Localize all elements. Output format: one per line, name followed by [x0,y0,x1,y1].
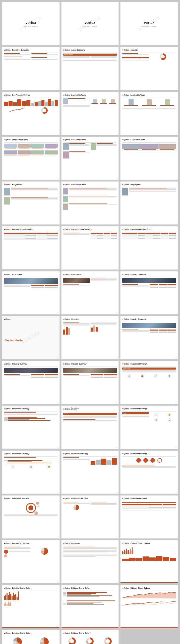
title-42: Editable Charts Gallery [131,587,150,589]
title-6: About Us [131,49,138,51]
slide-24: vortex Industry Overview 24 [120,316,178,359]
page-num-34: 34 [57,537,58,538]
page-num-19: 19 [57,312,58,313]
title-24: Industry Overview [131,318,146,320]
title-26: Industry Overview [71,363,87,365]
slide-10: vortex Professional Team [2,137,60,180]
bar-chart-7b [31,99,58,106]
page-num-14: 14 [116,223,117,224]
cover-logo-2: vortex [85,21,95,25]
slide-9: vortex Leadership Team [120,92,178,135]
bar-chart-7 [4,99,30,106]
cover-subtitle-2: Pitch Book Template [83,26,97,27]
logo-30: vortex [122,407,129,410]
logo-43: vortex [4,632,10,634]
title-9: Leadership Team [131,94,145,96]
slide-4: vortex Executive Summary [2,47,60,90]
slide-7: vortex Key Financial Metrics [2,92,60,135]
slide-41: vortex Editable Charts Gallery 41 [61,585,119,628]
page-num-40: 40 [57,626,58,627]
slide-27: vortex Investment Strategy Strategy Over… [120,361,178,404]
logo-17: vortex [63,228,70,231]
logo-36: vortex [122,497,129,500]
slide-31: vortex Investment Strategy 📈 🏢 💹 31 [2,451,60,494]
page-num-6: 6 [176,88,176,89]
page-num-13: 13 [57,223,58,224]
cover-subtitle-1: Pitch Book Template [24,26,38,27]
logo-7: vortex [4,94,10,96]
title-37: Investment Process [12,542,29,544]
title-21: Industry Overview [131,273,146,275]
logo-25: vortex [4,363,10,365]
page-num-11: 11 [116,178,117,179]
page-num-36: 36 [175,537,176,538]
page-num-12: 12 [175,178,176,179]
title-16: Investment Performance [12,228,33,230]
title-17: Investment Performance [71,228,92,230]
slide-23: vortex Overview [61,316,119,359]
page-num-25: 25 [57,402,58,403]
logo-26: vortex [63,363,70,365]
page-num-24: 24 [175,357,176,358]
section-header-text-22: Section Header [5,339,23,342]
title-32: Investment Strategy [71,453,88,455]
slide-42: vortex Editable Charts Gallery 42 [120,585,178,628]
slide-30: vortex Investment Strategy Strategy 📋 💰 … [120,406,178,449]
title-15: Biographies [131,184,141,185]
title-20: Case Studies [71,273,82,275]
title-30: Investment Strategy [131,408,147,410]
slide-26: vortex Industry Overview 26 [61,361,119,404]
page-num-5: 5 [117,88,117,89]
donut-chart-44c [104,637,112,644]
slide-33: vortex Investment Strategy 1 2 3 4 33 [120,451,178,494]
title-19: Case Study [12,273,22,275]
title-41: Editable Charts Gallery [71,587,91,589]
donut-7 [41,107,48,114]
logo-27: vortex [122,363,129,365]
page-num-4: 4 [58,88,58,89]
logo-35: vortex [63,497,70,500]
pie-chart-43b [40,637,49,644]
process-circles-33: 1 2 3 4 [122,458,176,463]
slide-14: vortex Leadership Team [61,181,119,225]
page-num-15: 15 [175,223,176,224]
slide-6: vortex About Us [120,47,178,90]
area-chart-42 [122,591,176,598]
slide-44: vortex Editable Charts Gallery [61,630,119,644]
slide-5: vortex About Company Investment Philosop… [61,47,119,90]
logo-12: vortex [122,138,129,141]
logo-6: vortex [122,49,129,51]
title-8: Leadership Team [71,94,86,96]
logo-42: vortex [122,587,129,589]
slide-18: vortex Investment Performance 18 [120,226,178,269]
logo-40: vortex [4,587,10,589]
slide-1: VORTEX vortex Pitch Book Template [2,2,60,45]
logo-22: vortex [4,318,10,320]
page-num-32: 32 [116,492,117,493]
title-33: Investment Strategy [131,453,147,455]
logo-13: vortex [4,183,10,186]
chart-39 [122,547,176,554]
logo-20: vortex [63,273,70,276]
logo-16: vortex [4,228,10,231]
title-23: Overview [71,318,79,320]
slide-38: vortex Disclosure 38 [61,540,119,583]
logo-9: vortex [122,94,129,96]
line-chart-7 [4,107,30,112]
slide-29: vortex InvestmentStrategy Key Points 29 [61,406,119,449]
page-num-28: 28 [57,447,58,448]
logo-14: vortex [63,183,70,186]
logo-8: vortex [63,94,70,96]
donut-6 [160,53,166,60]
title-28: Investment Strategy [12,408,29,410]
h-bar-chart-41 [63,592,117,597]
title-7: Key Financial Metrics [12,94,30,96]
slide-21: vortex Industry Overview 21 [120,271,178,314]
title-12: Leadership Team [131,139,145,141]
chart-40 [4,591,58,600]
title-29: InvestmentStrategy [71,407,79,411]
page-num-38: 38 [116,581,117,582]
logo-23: vortex [63,318,70,320]
logo-37: vortex [4,542,10,545]
line-chart-42 [122,601,176,606]
